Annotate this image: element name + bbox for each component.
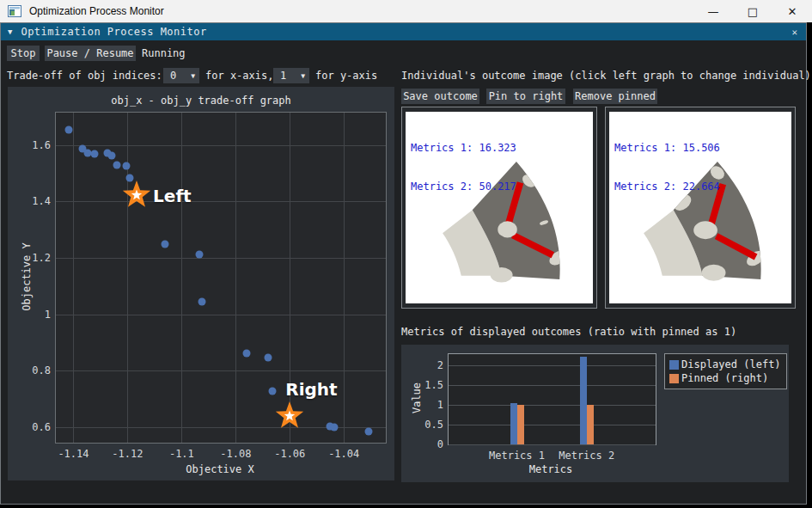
scatter-point[interactable]: [122, 162, 130, 169]
y-gridline: [449, 425, 656, 425]
app-window-title: Optimization Process Monitor: [21, 26, 206, 38]
legend-label-displayed: Displayed (left): [681, 358, 781, 370]
bar-category-label: Metrics 2: [559, 450, 614, 462]
x-gridline: [73, 113, 74, 443]
scatter-point[interactable]: [196, 251, 204, 259]
y-tick-label: 0.5: [407, 419, 443, 431]
metrics-bar-plot-area[interactable]: [448, 353, 656, 445]
y-tick-label: 1.6: [15, 139, 51, 151]
star-annotation-label: Left: [153, 186, 192, 206]
x-axis-index-value: 0: [163, 70, 176, 82]
bar-pinned-2: [587, 405, 594, 444]
star-annotation-label: Right: [285, 379, 337, 400]
y-gridline: [449, 385, 656, 386]
scatter-point[interactable]: [65, 126, 73, 134]
scatter-point[interactable]: [107, 151, 115, 159]
x-tick-label: -1.12: [112, 448, 143, 460]
y-tick-label: 1: [15, 309, 51, 321]
y-tick-label: 1: [407, 399, 443, 411]
y-tick-label: 0: [407, 438, 443, 450]
x-tick-label: -1.1: [169, 448, 194, 460]
minimize-button[interactable]: —: [693, 0, 733, 22]
pinned-outcome-image: Metrics 1: 15.506 Metrics 2: 22.664: [609, 112, 791, 303]
scatter-point[interactable]: [264, 353, 272, 361]
y-tick-label: 2: [407, 359, 443, 371]
tradeoff-plot-title: obj_x - obj_y trade-off graph: [8, 95, 394, 107]
y-gridline: [56, 258, 386, 259]
displayed-metrics-text: Metrics 1: 16.323 Metrics 2: 50.217: [411, 116, 516, 219]
x-tick-label: -1.06: [274, 448, 305, 460]
selected-individual-star[interactable]: [119, 177, 154, 215]
x-axis-suffix: for x-axis,: [205, 68, 273, 83]
x-tick-label: -1.14: [58, 448, 89, 460]
stop-button[interactable]: Stop: [7, 46, 40, 61]
pause-resume-button[interactable]: Pause / Resume: [45, 46, 136, 61]
y-gridline: [56, 315, 386, 315]
scatter-point[interactable]: [90, 150, 98, 157]
metrics-bar-panel: Value Metrics Displayed (left) Pinned (r…: [401, 345, 789, 482]
scatter-point[interactable]: [331, 423, 339, 431]
tradeoff-plot-area[interactable]: LeftRight: [55, 112, 387, 444]
x-gridline: [181, 113, 182, 443]
scatter-point[interactable]: [268, 388, 276, 395]
scatter-point[interactable]: [242, 349, 250, 357]
x-gridline: [344, 113, 345, 443]
app-window-titlebar: ▼ Optimization Process Monitor ✕: [1, 23, 806, 40]
selected-individual-star[interactable]: [272, 398, 307, 436]
x-axis-index-combo[interactable]: 0 ▼: [163, 68, 199, 83]
y-gridline: [56, 201, 386, 202]
window-title: Optimization Process Monitor: [29, 5, 164, 17]
legend-swatch-pinned: [669, 374, 679, 383]
remove-pinned-button[interactable]: Remove pinned: [573, 89, 657, 104]
scatter-point[interactable]: [198, 297, 205, 305]
outcome-header: Individual's outcome image (click left g…: [401, 68, 811, 83]
tradeoff-xlabel: Objective X: [186, 463, 253, 475]
status-text: Running: [142, 46, 186, 61]
y-tick-label: 1.4: [15, 195, 51, 207]
pinned-metrics-text: Metrics 1: 15.506 Metrics 2: 22.664: [614, 116, 720, 219]
collapse-arrow-icon[interactable]: ▼: [8, 28, 12, 36]
scatter-point[interactable]: [113, 162, 120, 169]
window-controls: — □ ✕: [693, 0, 812, 22]
x-tick-label: -1.08: [220, 448, 251, 460]
legend-label-pinned: Pinned (right): [681, 372, 768, 384]
chevron-down-icon: ▼: [301, 72, 305, 80]
y-axis-index-combo[interactable]: 1 ▼: [273, 68, 309, 83]
maximize-button[interactable]: □: [733, 0, 772, 22]
legend-item-pinned[interactable]: Pinned (right): [669, 371, 781, 385]
bar-chart-caption: Metrics of displayed outcomes (ratio wit…: [401, 324, 736, 340]
legend-item-displayed[interactable]: Displayed (left): [669, 358, 781, 371]
x-gridline: [235, 113, 236, 443]
y-axis-suffix: for y-axis: [315, 68, 377, 83]
y-gridline: [56, 370, 386, 371]
y-tick-label: 1.2: [15, 252, 51, 264]
displayed-outcome-image: Metrics 1: 16.323 Metrics 2: 50.217: [406, 112, 593, 303]
tradeoff-label: Trade-off of obj indices:: [7, 68, 162, 83]
scatter-point[interactable]: [162, 240, 169, 248]
legend-swatch-displayed: [669, 360, 679, 370]
bar-pinned-1: [517, 405, 524, 444]
y-gridline: [56, 145, 386, 146]
close-button[interactable]: ✕: [772, 0, 812, 22]
bar-displayed-1: [510, 403, 517, 444]
screen: { "window": { "title": "Optimization Pro…: [0, 0, 812, 508]
app-close-icon[interactable]: ✕: [791, 27, 797, 38]
y-gridline: [449, 405, 656, 406]
bar-xlabel: Metrics: [529, 463, 573, 475]
tradeoff-plot-panel: obj_x - obj_y trade-off graph LeftRight …: [8, 87, 394, 480]
save-outcome-button[interactable]: Save outcome: [401, 89, 479, 104]
y-gridline: [449, 444, 656, 445]
bar-category-label: Metrics 1: [489, 450, 545, 462]
y-gridline: [449, 365, 656, 366]
bar-displayed-2: [580, 357, 587, 444]
pinned-outcome-panel: Metrics 1: 15.506 Metrics 2: 22.664: [605, 107, 796, 309]
y-tick-label: 0.8: [15, 364, 51, 376]
y-tick-label: 1.5: [407, 379, 443, 391]
app-viewport: ▼ Optimization Process Monitor ✕ Stop Pa…: [0, 22, 807, 505]
scatter-point[interactable]: [365, 427, 373, 435]
os-titlebar: Optimization Process Monitor — □ ✕: [0, 0, 812, 22]
displayed-outcome-panel: Metrics 1: 16.323 Metrics 2: 50.217: [401, 107, 597, 309]
bar-legend: Displayed (left) Pinned (right): [664, 353, 787, 389]
chevron-down-icon: ▼: [191, 72, 195, 80]
pin-to-right-button[interactable]: Pin to right: [486, 89, 565, 104]
